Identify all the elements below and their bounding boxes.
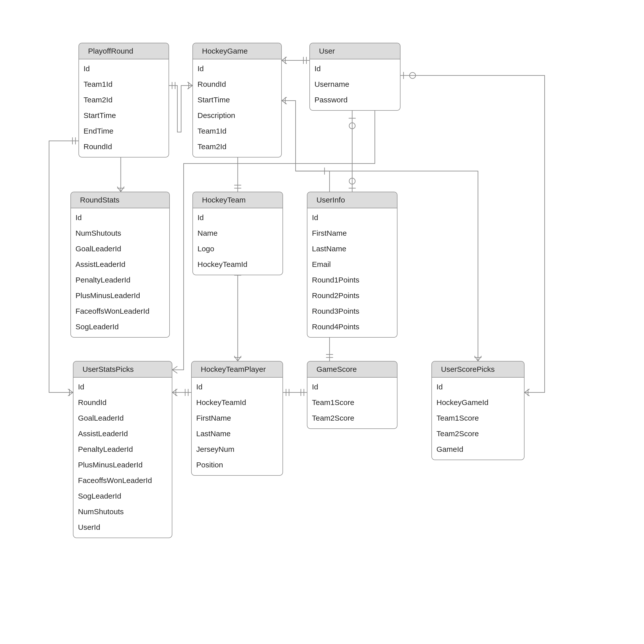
- svg-point-1: [349, 178, 355, 184]
- entity-attrs: IdHockeyGameIdTeam1ScoreTeam2ScoreGameId: [432, 378, 524, 460]
- entity-attr: Username: [310, 76, 400, 92]
- er-diagram-canvas: PlayoffRoundIdTeam1IdTeam2IdStartTimeEnd…: [0, 0, 644, 644]
- entity-attr: FaceoffsWonLeaderId: [71, 303, 169, 319]
- entity-attr: Team2Id: [193, 139, 281, 154]
- entity-HockeyTeam[interactable]: HockeyTeamIdNameLogoHockeyTeamId: [192, 192, 283, 275]
- entity-attr: Round1Points: [307, 272, 397, 288]
- entity-attr: Team2Score: [432, 426, 524, 441]
- entity-attr: GoalLeaderId: [73, 410, 172, 426]
- entity-attr: Id: [307, 379, 397, 395]
- entity-attr: Team1Id: [193, 123, 281, 139]
- entity-HockeyTeamPlayer[interactable]: HockeyTeamPlayerIdHockeyTeamIdFirstNameL…: [191, 361, 283, 476]
- entity-attr: Logo: [193, 241, 283, 257]
- entity-attr: Email: [307, 257, 397, 272]
- entity-attr: Password: [310, 92, 400, 108]
- entity-attr: RoundId: [79, 139, 169, 154]
- entity-attr: StartTime: [193, 92, 281, 108]
- entity-UserScorePicks[interactable]: UserScorePicksIdHockeyGameIdTeam1ScoreTe…: [431, 361, 525, 460]
- entity-title: UserStatsPicks: [73, 361, 172, 378]
- entity-attr: Id: [193, 61, 281, 76]
- entity-attr: Team2Score: [307, 410, 397, 426]
- entity-attr: Round4Points: [307, 319, 397, 335]
- entity-UserInfo[interactable]: UserInfoIdFirstNameLastNameEmailRound1Po…: [307, 192, 397, 338]
- entity-title: UserInfo: [307, 192, 397, 208]
- entity-attr: Id: [73, 379, 172, 395]
- entity-attr: JerseyNum: [192, 441, 283, 457]
- entity-attr: LastName: [192, 426, 283, 441]
- entity-attrs: IdNameLogoHockeyTeamId: [193, 208, 283, 275]
- entity-attr: FaceoffsWonLeaderId: [73, 473, 172, 488]
- entity-attr: Round2Points: [307, 288, 397, 303]
- entity-attr: SogLeaderId: [73, 488, 172, 504]
- entity-attr: GoalLeaderId: [71, 241, 169, 257]
- entity-attrs: IdFirstNameLastNameEmailRound1PointsRoun…: [307, 208, 397, 337]
- entity-attr: Id: [432, 379, 524, 395]
- entity-RoundStats[interactable]: RoundStatsIdNumShutoutsGoalLeaderIdAssis…: [70, 192, 170, 338]
- entity-attr: FirstName: [307, 225, 397, 241]
- entity-attr: Team1Id: [79, 76, 169, 92]
- entity-attr: PenaltyLeaderId: [73, 441, 172, 457]
- entity-attr: GameId: [432, 441, 524, 457]
- entity-attr: Team1Score: [307, 395, 397, 410]
- entity-attrs: IdRoundIdStartTimeDescriptionTeam1IdTeam…: [193, 59, 281, 157]
- svg-point-0: [349, 123, 355, 129]
- entity-attr: StartTime: [79, 108, 169, 123]
- entity-attr: Id: [192, 379, 283, 395]
- entity-title: HockeyTeamPlayer: [192, 361, 283, 378]
- entity-attr: PenaltyLeaderId: [71, 272, 169, 288]
- entity-attrs: IdTeam1IdTeam2IdStartTimeEndTimeRoundId: [79, 59, 169, 157]
- entity-User[interactable]: UserIdUsernamePassword: [309, 43, 400, 111]
- entity-attr: NumShutouts: [71, 225, 169, 241]
- entity-attr: Name: [193, 225, 283, 241]
- entity-attr: SogLeaderId: [71, 319, 169, 335]
- entity-attr: Description: [193, 108, 281, 123]
- entity-title: HockeyGame: [193, 43, 281, 59]
- entity-attrs: IdUsernamePassword: [310, 59, 400, 110]
- entity-attr: Id: [79, 61, 169, 76]
- entity-attrs: IdHockeyTeamIdFirstNameLastNameJerseyNum…: [192, 378, 283, 475]
- entity-attr: PlusMinusLeaderId: [73, 457, 172, 473]
- entity-attr: HockeyGameId: [432, 395, 524, 410]
- entity-HockeyGame[interactable]: HockeyGameIdRoundIdStartTimeDescriptionT…: [192, 43, 282, 157]
- entity-attrs: IdTeam1ScoreTeam2Score: [307, 378, 397, 428]
- entity-attr: Team2Id: [79, 92, 169, 108]
- entity-PlayoffRound[interactable]: PlayoffRoundIdTeam1IdTeam2IdStartTimeEnd…: [78, 43, 169, 157]
- entity-attr: UserId: [73, 519, 172, 535]
- entity-attr: Id: [307, 210, 397, 225]
- entity-title: HockeyTeam: [193, 192, 283, 208]
- entity-attr: AssistLeaderId: [73, 426, 172, 441]
- entity-attr: FirstName: [192, 410, 283, 426]
- entity-attr: Id: [310, 61, 400, 76]
- entity-title: RoundStats: [71, 192, 169, 208]
- entity-attrs: IdNumShutoutsGoalLeaderIdAssistLeaderIdP…: [71, 208, 169, 337]
- entity-attr: Team1Score: [432, 410, 524, 426]
- entity-attr: LastName: [307, 241, 397, 257]
- entity-UserStatsPicks[interactable]: UserStatsPicksIdRoundIdGoalLeaderIdAssis…: [73, 361, 172, 538]
- entity-attrs: IdRoundIdGoalLeaderIdAssistLeaderIdPenal…: [73, 378, 172, 538]
- entity-attr: PlusMinusLeaderId: [71, 288, 169, 303]
- entity-title: GameScore: [307, 361, 397, 378]
- entity-attr: Round3Points: [307, 303, 397, 319]
- svg-point-2: [410, 72, 416, 78]
- entity-attr: Id: [193, 210, 283, 225]
- entity-attr: EndTime: [79, 123, 169, 139]
- entity-attr: RoundId: [193, 76, 281, 92]
- entity-attr: RoundId: [73, 395, 172, 410]
- entity-title: User: [310, 43, 400, 59]
- entity-GameScore[interactable]: GameScoreIdTeam1ScoreTeam2Score: [307, 361, 397, 429]
- entity-title: UserScorePicks: [432, 361, 524, 378]
- entity-attr: Position: [192, 457, 283, 473]
- entity-title: PlayoffRound: [79, 43, 169, 59]
- entity-attr: Id: [71, 210, 169, 225]
- entity-attr: HockeyTeamId: [192, 395, 283, 410]
- entity-attr: HockeyTeamId: [193, 257, 283, 272]
- entity-attr: AssistLeaderId: [71, 257, 169, 272]
- entity-attr: NumShutouts: [73, 504, 172, 519]
